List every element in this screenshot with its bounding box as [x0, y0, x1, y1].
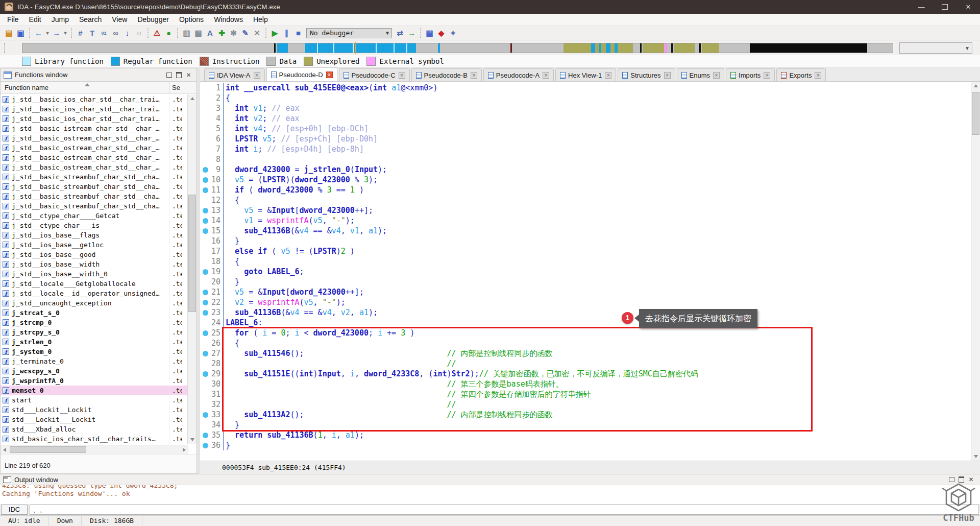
scroll-right-icon[interactable] — [183, 448, 186, 452]
search-address-icon[interactable]: # — [75, 28, 86, 39]
function-row[interactable]: fj_std__basic_istream_char_std__char_….t… — [1, 124, 188, 133]
function-row[interactable]: fstd___Lockit__Lockit.text — [1, 405, 188, 415]
patch-icon[interactable]: ✱ — [228, 28, 239, 39]
code-line[interactable]: 15 sub_41136B(&v4 == &v4, v1, a1); — [200, 226, 971, 236]
tab-pseudocode-c[interactable]: Pseudocode-C× — [339, 68, 410, 81]
menu-item-help[interactable]: Help — [248, 14, 273, 26]
navigation-band[interactable] — [22, 43, 893, 53]
functions-float-icon[interactable] — [174, 71, 184, 79]
function-row[interactable]: fj_std__basic_ios_char_std__char_trai….t… — [1, 94, 188, 104]
nav-forward-caret-icon[interactable]: ▾ — [62, 28, 68, 39]
nav-forward-icon[interactable]: → — [51, 28, 62, 39]
functions-column-header[interactable]: Function name Se — [1, 82, 197, 94]
tracing-icon[interactable]: ✦ — [447, 28, 459, 39]
function-row[interactable]: fj_std__basic_ios_char_std__char_trai….t… — [1, 114, 188, 124]
minimize-button[interactable]: — — [910, 0, 933, 14]
functions-restore-icon[interactable] — [164, 71, 174, 79]
functions-horizontal-scrollbar[interactable] — [1, 445, 188, 454]
make-data-icon[interactable]: ▦ — [192, 28, 204, 39]
function-row[interactable]: fj_std__ctype_char___is.text — [1, 221, 188, 230]
tab-close-icon[interactable]: × — [326, 71, 333, 78]
make-string-icon[interactable]: A — [204, 28, 216, 39]
function-row[interactable]: fj_std__uncaught_exception.text — [1, 298, 188, 308]
functions-close-icon[interactable]: ✕ — [184, 71, 193, 79]
scroll-down-icon[interactable] — [974, 455, 978, 458]
code-line[interactable]: 16 } — [200, 236, 971, 246]
tab-pseudocode-d[interactable]: Pseudocode-D× — [266, 67, 337, 81]
make-code-icon[interactable]: ▥ — [181, 28, 192, 39]
tab-pseudocode-a[interactable]: Pseudocode-A× — [483, 68, 554, 81]
edit-function-icon[interactable]: ✎ — [239, 28, 251, 39]
code-line[interactable]: 24LABEL_6: — [200, 318, 971, 328]
function-row[interactable]: fj_std__ios_base__width.text — [1, 259, 188, 269]
scroll-down-icon[interactable] — [190, 438, 194, 441]
function-row[interactable]: fj_wsprintfA_0.text — [1, 376, 188, 386]
debug-start-icon[interactable]: ▶ — [269, 28, 281, 39]
function-row[interactable]: fmemset_0.text — [1, 386, 188, 395]
menu-item-options[interactable]: Options — [174, 14, 209, 26]
function-row[interactable]: fstd___Lockit___Lockit.text — [1, 415, 188, 424]
open-file-icon[interactable]: ▤ — [3, 28, 15, 39]
idc-mode-select[interactable]: IDC — [1, 505, 28, 515]
function-row[interactable]: fj_std__ios_base__getloc.text — [1, 240, 188, 250]
function-row[interactable]: fj_strlen_0.text — [1, 337, 188, 347]
code-line[interactable]: 22 v2 = wsprintfA(v5, "-"); — [200, 297, 971, 307]
run-to-cursor-icon[interactable]: → — [406, 28, 418, 39]
jump-next-icon[interactable]: ↓ — [121, 28, 133, 39]
tab-close-icon[interactable]: × — [399, 72, 405, 79]
function-row[interactable]: fj_std__basic_ios_char_std__char_trai….t… — [1, 104, 188, 114]
tab-hex-view-1[interactable]: Hex View-1× — [555, 68, 616, 81]
function-row[interactable]: fstd_basic_ios_char_std__char_traits….te… — [1, 434, 188, 444]
search-value-icon[interactable]: 01 — [98, 28, 110, 39]
tab-close-icon[interactable]: × — [713, 72, 720, 79]
code-line[interactable]: 11 if ( dword_423000 % 3 == 1 ) — [200, 185, 971, 195]
tab-close-icon[interactable]: × — [543, 72, 549, 79]
code-line[interactable]: 4 int v2; // eax — [200, 113, 971, 124]
function-row[interactable]: fj_std__basic_streambuf_char_std__cha….t… — [1, 182, 188, 192]
code-line[interactable]: 5 int v4; // [esp+0h] [ebp-DCh] — [200, 124, 971, 134]
function-row[interactable]: fj_wcscpy_s_0.text — [1, 366, 188, 376]
function-row[interactable]: fj_strcmp_0.text — [1, 318, 188, 327]
menu-item-jump[interactable]: Jump — [46, 14, 74, 26]
code-line[interactable]: 8 — [200, 154, 971, 164]
tab-ida-view-a[interactable]: IDA View-A× — [204, 68, 265, 81]
code-line[interactable]: 14 v1 = wsprintfA(v5, "-"); — [200, 216, 971, 226]
undefine-icon[interactable]: ✕ — [251, 28, 263, 39]
save-icon[interactable]: ▣ — [15, 28, 27, 39]
search-binary-icon[interactable]: ∞ — [110, 28, 121, 39]
code-line[interactable]: 13 v5 = &Input[dword_423000++]; — [200, 205, 971, 216]
functions-vertical-scrollbar[interactable] — [187, 94, 197, 444]
menu-item-windows[interactable]: Windows — [209, 14, 248, 26]
nav-back-icon[interactable]: ← — [33, 28, 44, 39]
make-array-icon[interactable]: ✚ — [216, 28, 228, 39]
function-row[interactable]: fj_std__basic_ostream_char_std__char_….t… — [1, 133, 188, 143]
code-line[interactable]: 36} — [200, 440, 971, 450]
auto-analysis-icon[interactable]: ● — [163, 28, 175, 39]
function-row[interactable]: fj_strcpy_s_0.text — [1, 327, 188, 337]
tab-enums[interactable]: Enums× — [677, 68, 724, 81]
nav-range-select[interactable]: ▼ — [899, 42, 972, 54]
scrollbar-thumb[interactable] — [972, 92, 979, 135]
function-row[interactable]: fj_std__ios_base__good.text — [1, 250, 188, 259]
scroll-left-icon[interactable] — [3, 448, 6, 452]
menu-item-edit[interactable]: Edit — [24, 14, 46, 26]
breakpoint-list-icon[interactable]: ◆ — [435, 28, 447, 39]
column-function-name[interactable]: Function name — [5, 84, 48, 91]
attach-process-icon[interactable]: ⇄ — [394, 28, 406, 39]
tab-close-icon[interactable]: × — [471, 72, 477, 79]
function-row[interactable]: fj_std__basic_ostream_char_std__char_….t… — [1, 162, 188, 172]
debug-pause-icon[interactable]: ∥ — [281, 28, 292, 39]
menu-item-debugger[interactable]: Debugger — [132, 14, 174, 26]
tab-exports[interactable]: Exports× — [776, 68, 826, 81]
debug-stop-icon[interactable]: ■ — [292, 28, 304, 39]
function-row[interactable]: fj_std__locale__id__operator_unsigned….t… — [1, 289, 188, 298]
function-row[interactable]: fstd___Xbad_alloc.text — [1, 424, 188, 434]
tab-close-icon[interactable]: × — [815, 72, 821, 79]
tab-imports[interactable]: Imports× — [726, 68, 775, 81]
column-segment[interactable]: Se — [172, 84, 180, 91]
code-line[interactable]: 6 LPSTR v5; // [esp+Ch] [ebp-D0h] — [200, 134, 971, 144]
debugger-select[interactable]: No debugger▼ — [306, 28, 392, 38]
code-line[interactable]: 19 goto LABEL_6; — [200, 267, 971, 277]
tab-close-icon[interactable]: × — [254, 72, 260, 79]
code-line[interactable]: 12 { — [200, 195, 971, 205]
